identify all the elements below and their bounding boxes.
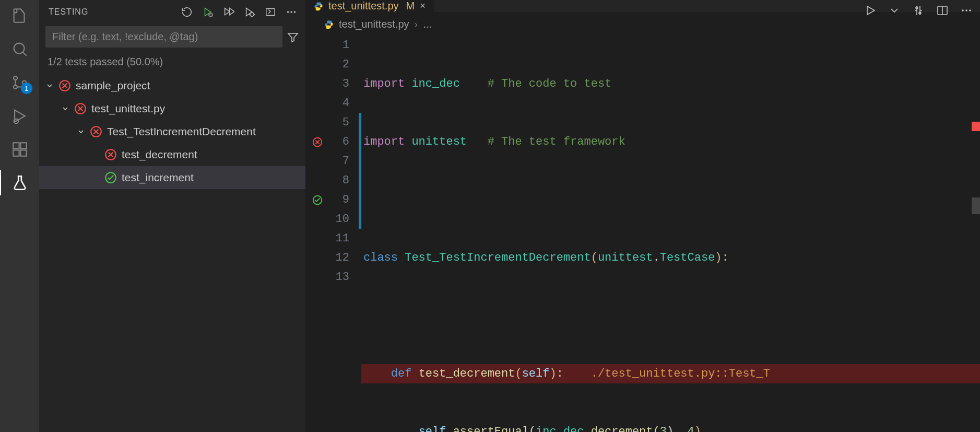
- breadcrumb-tail: ...: [423, 18, 432, 30]
- svg-rect-7: [20, 150, 26, 156]
- run-file-icon[interactable]: [864, 4, 877, 17]
- line-numbers: 12345678910111213: [329, 36, 359, 432]
- tab-filename: test_unittest.py: [328, 0, 399, 12]
- close-icon[interactable]: ×: [420, 1, 426, 11]
- svg-point-1: [13, 76, 17, 80]
- tree-test-decrement[interactable]: test_decrement: [39, 143, 305, 166]
- svg-point-2: [13, 85, 17, 89]
- tree-label: test_decrement: [122, 148, 197, 161]
- tree-project[interactable]: sample_project: [39, 74, 305, 97]
- tests-summary: 1/2 tests passed (50.0%): [39, 51, 305, 74]
- tree-label: Test_TestIncrementDecrement: [107, 125, 256, 138]
- test-tree: sample_project test_unittest.py Test_Tes…: [39, 74, 305, 189]
- tree-label: test_increment: [122, 171, 194, 184]
- more-icon[interactable]: [286, 6, 297, 18]
- code-lines[interactable]: import inc_dec # The code to test import…: [361, 36, 980, 432]
- overview-error-marker[interactable]: [972, 122, 980, 131]
- breadcrumb-sep: ›: [415, 18, 418, 30]
- fail-icon: [58, 79, 72, 92]
- fail-icon: [104, 148, 117, 161]
- tree-label: test_unittest.py: [91, 102, 165, 115]
- show-output-icon[interactable]: [265, 6, 276, 18]
- python-icon: [324, 20, 334, 29]
- fail-icon: [74, 102, 87, 115]
- activity-bar: 1: [0, 0, 39, 432]
- filter-input[interactable]: [45, 26, 282, 48]
- test-gutter: [305, 36, 329, 432]
- svg-rect-5: [13, 143, 19, 148]
- testing-sidebar: TESTING 1/2 tests passed (50.0%) sample_…: [39, 0, 305, 432]
- chevron-down-icon: [60, 104, 70, 113]
- gutter-fail-icon[interactable]: [312, 132, 323, 151]
- source-control-icon[interactable]: 1: [10, 73, 29, 92]
- svg-point-24: [965, 9, 967, 11]
- sidebar-header: TESTING: [39, 0, 305, 23]
- run-all-icon[interactable]: [202, 6, 214, 18]
- tree-file[interactable]: test_unittest.py: [39, 97, 305, 120]
- svg-point-10: [250, 13, 254, 16]
- explorer-icon[interactable]: [10, 6, 29, 25]
- pass-icon: [104, 171, 117, 184]
- tab-test-unittest[interactable]: test_unittest.py M ×: [305, 0, 434, 12]
- svg-point-14: [294, 11, 296, 13]
- svg-point-23: [962, 9, 964, 11]
- split-editor-icon[interactable]: [936, 4, 949, 17]
- search-icon[interactable]: [10, 40, 29, 59]
- overview-cursor-marker: [972, 197, 980, 214]
- breadcrumb-file: test_unittest.py: [339, 18, 409, 30]
- code-area: 12345678910111213 import inc_dec # The c…: [305, 36, 980, 432]
- fail-icon: [89, 125, 103, 138]
- overview-ruler[interactable]: [970, 25, 980, 432]
- chevron-down-icon: [76, 127, 86, 136]
- svg-rect-6: [13, 150, 19, 156]
- compare-icon[interactable]: [912, 4, 925, 17]
- more-icon[interactable]: [960, 4, 973, 17]
- debug-tests-icon[interactable]: [244, 6, 255, 18]
- sidebar-title: TESTING: [49, 7, 181, 17]
- svg-point-25: [969, 9, 971, 11]
- svg-point-12: [287, 11, 289, 13]
- chevron-down-icon: [44, 81, 55, 90]
- sidebar-actions: [181, 6, 297, 18]
- filter-icon[interactable]: [287, 31, 299, 43]
- chevron-down-icon[interactable]: [888, 4, 901, 17]
- run-debug-icon[interactable]: [10, 107, 29, 125]
- svg-point-13: [290, 11, 292, 13]
- editor-area: test_unittest.py M × test_unittest.py › …: [305, 0, 980, 432]
- source-control-badge: 1: [21, 83, 32, 94]
- filter-row: [39, 23, 305, 51]
- testing-icon[interactable]: [10, 173, 29, 192]
- tree-label: sample_project: [76, 79, 150, 92]
- editor-actions: [864, 4, 973, 17]
- svg-point-0: [14, 43, 24, 54]
- run-icon[interactable]: [223, 6, 234, 18]
- python-icon: [314, 2, 323, 11]
- tree-class[interactable]: Test_TestIncrementDecrement: [39, 120, 305, 143]
- refresh-icon[interactable]: [181, 6, 193, 18]
- svg-rect-8: [20, 143, 26, 148]
- gutter-pass-icon[interactable]: [312, 190, 323, 209]
- extensions-icon[interactable]: [10, 140, 29, 159]
- tab-modified-marker: M: [406, 0, 415, 12]
- tree-test-increment[interactable]: test_increment: [39, 166, 305, 189]
